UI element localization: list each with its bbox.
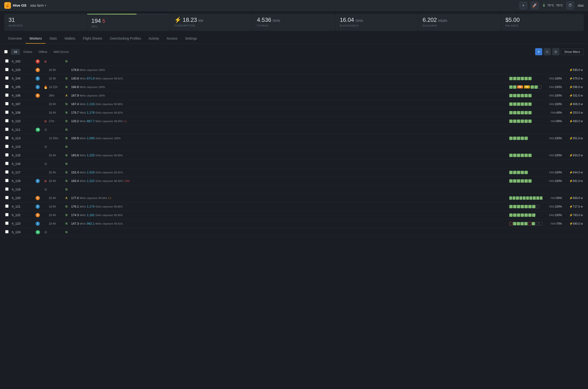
worker-name[interactable]: h_111 — [12, 128, 20, 131]
hash-pct: 98.65% — [114, 120, 123, 123]
worker-name-col: h_105 — [12, 85, 35, 89]
hash-unit: MH/s — [80, 222, 86, 225]
hash-algo: claymore — [102, 120, 113, 123]
row-checkbox[interactable] — [5, 179, 12, 183]
worker-name[interactable]: h_119 — [12, 188, 20, 191]
worker-fan: FAN100% — [542, 154, 564, 157]
bolt-icon: ⚡ — [569, 154, 573, 157]
worker-uptime: 2d 3h — [49, 77, 65, 80]
worker-fan: FAN100% — [542, 102, 564, 106]
tab-wallets[interactable]: Wallets — [61, 34, 79, 44]
row-checkbox[interactable] — [5, 162, 12, 166]
worker-name[interactable]: h_122 — [12, 213, 20, 217]
worker-badge: 10 — [35, 128, 40, 132]
worker-name[interactable]: h_104 — [12, 77, 20, 80]
filter-all[interactable]: All — [11, 49, 20, 55]
gpu-tile — [513, 196, 515, 200]
tab-access[interactable]: Access — [163, 34, 181, 44]
worker-name[interactable]: h_115 — [12, 154, 20, 157]
user-name[interactable]: stas — [578, 3, 584, 7]
worker-name[interactable]: h_110 — [12, 119, 20, 123]
hash-algo: claymore — [102, 154, 113, 157]
gpu-tile — [523, 196, 526, 200]
logo[interactable]: 🍯 Hive OS — [4, 2, 27, 9]
row-checkbox[interactable] — [5, 222, 12, 226]
worker-name[interactable]: h_107 — [12, 102, 20, 106]
row-checkbox[interactable] — [5, 102, 12, 106]
row-checkbox[interactable] — [5, 196, 12, 200]
row-checkbox[interactable] — [5, 213, 12, 217]
row-checkbox[interactable] — [5, 119, 12, 123]
row-checkbox[interactable] — [5, 145, 12, 149]
hash-pct: 100% — [98, 94, 105, 97]
row-checkbox[interactable] — [5, 111, 12, 115]
filter-errors[interactable]: With Errors — [51, 49, 72, 55]
clock-button[interactable]: ⏱ — [566, 1, 574, 9]
gpu-tile — [516, 196, 519, 200]
view-grid-btn[interactable]: ⊞ — [552, 48, 559, 55]
power-value: 475.0 w — [573, 77, 583, 80]
worker-name[interactable]: h_103 — [12, 68, 20, 72]
worker-status: N — [65, 213, 67, 217]
rocket-button[interactable]: 🚀 — [531, 1, 539, 9]
gpu-tile — [509, 137, 513, 140]
tab-settings[interactable]: Settings — [181, 34, 201, 44]
row-checkbox[interactable] — [5, 128, 12, 132]
add-button[interactable]: + — [519, 1, 527, 9]
tab-stats[interactable]: Stats — [46, 34, 61, 44]
worker-name[interactable]: h_116 — [12, 162, 20, 165]
worker-name[interactable]: h_113 — [12, 136, 20, 140]
filter-offline[interactable]: Offline — [35, 49, 50, 55]
hash-main: 176.1 — [71, 205, 79, 208]
worker-hashrate: 176.1 MH/s 1.174 GH/s claymore 99.86% — [71, 205, 509, 208]
row-checkbox[interactable] — [5, 153, 12, 157]
chevron-icon: ▾ — [45, 4, 46, 7]
row-checkbox[interactable] — [5, 85, 12, 89]
worker-name[interactable]: h_118 — [12, 179, 20, 183]
worker-name[interactable]: h_106 — [12, 94, 20, 97]
view-list-btn[interactable]: ≡ — [535, 48, 542, 55]
stat-workers: 31 WORKERS — [4, 14, 87, 31]
worker-name[interactable]: h_102 — [12, 60, 20, 63]
gpu-tile — [520, 196, 522, 200]
show-filters-button[interactable]: Show filters — [561, 49, 584, 55]
tab-overview[interactable]: Overview — [4, 34, 26, 44]
worker-name[interactable]: h_124 — [12, 230, 20, 234]
gpu-tiles — [509, 120, 542, 123]
hash-secondary: 1.116 — [87, 102, 94, 106]
row-checkbox[interactable] — [5, 170, 12, 174]
tab-activity[interactable]: Activity — [145, 34, 163, 44]
row-checkbox[interactable] — [5, 68, 12, 72]
worker-name[interactable]: h_117 — [12, 170, 20, 174]
worker-name[interactable]: h_105 — [12, 85, 20, 89]
worker-status: N — [65, 111, 67, 114]
gpu-tile — [509, 111, 513, 114]
row-checkbox[interactable] — [5, 76, 12, 80]
gpu-tile — [513, 94, 516, 97]
row-checkbox[interactable] — [5, 59, 12, 63]
row-checkbox[interactable] — [5, 187, 12, 192]
row-checkbox[interactable] — [5, 230, 12, 234]
gpu-tile — [509, 154, 513, 157]
worker-name[interactable]: h_108 — [12, 111, 20, 114]
tab-workers[interactable]: Workers — [26, 34, 46, 44]
row-checkbox[interactable] — [5, 94, 12, 97]
tab-overclocking[interactable]: Overclocking Profiles — [106, 34, 145, 44]
move-icon: ⊕ — [42, 127, 49, 132]
view-compact-btn[interactable]: ⊟ — [544, 48, 551, 55]
worker-name[interactable]: h_121 — [12, 205, 20, 208]
worker-name[interactable]: h_114 — [12, 145, 20, 149]
hash-algo: claymore — [102, 214, 113, 217]
gpu-tile — [528, 94, 531, 97]
worker-name[interactable]: h_123 — [12, 222, 20, 225]
gpu-tile — [513, 77, 516, 80]
row-checkbox[interactable] — [5, 204, 12, 208]
row-checkbox[interactable] — [5, 136, 12, 140]
app-name: Hive OS — [13, 3, 27, 7]
worker-status-col: N — [65, 145, 71, 149]
worker-name[interactable]: h_120 — [12, 196, 20, 200]
select-all-checkbox[interactable] — [4, 50, 8, 53]
filter-online[interactable]: Online — [20, 49, 35, 55]
farm-selector[interactable]: stas farm ▾ — [30, 3, 46, 7]
tab-flight-sheets[interactable]: Flight Sheets — [79, 34, 106, 44]
